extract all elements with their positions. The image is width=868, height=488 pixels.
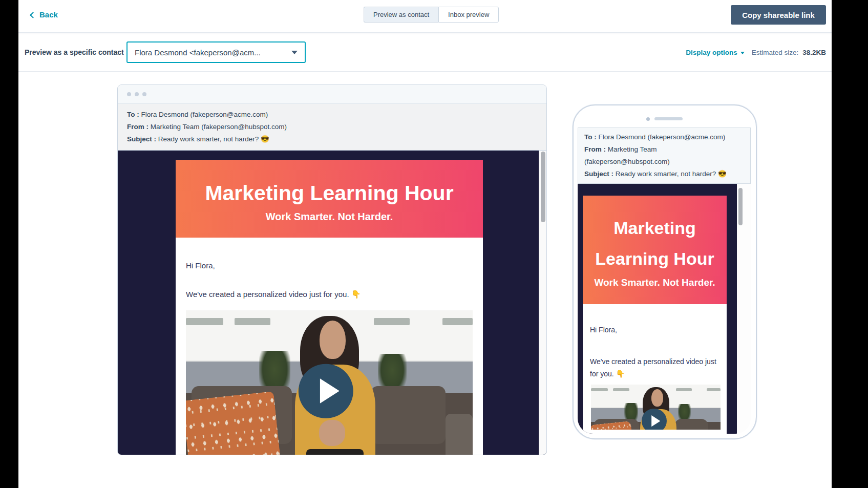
window-pane: [374, 318, 410, 326]
to-label: To :: [584, 133, 597, 141]
caret-down-small-icon: [740, 52, 745, 54]
display-options-label: Display options: [686, 49, 737, 56]
email-content: Marketing Learning Hour Work Smarter. No…: [176, 160, 483, 455]
window-dot-icon: [142, 92, 146, 96]
desktop-email-viewport: Marketing Learning Hour Work Smarter. No…: [118, 151, 546, 455]
window-pane: [186, 318, 223, 326]
mobile-preview-device: To : Flora Desmond (fakeperson@acme.com)…: [573, 104, 757, 439]
to-value: Flora Desmond (fakeperson@acme.com): [599, 133, 726, 141]
copy-shareable-link-button[interactable]: Copy shareable link: [731, 5, 826, 25]
subject-label: Subject :: [127, 135, 156, 143]
window-dot-icon: [127, 92, 131, 96]
email-subject-row: Subject : Ready work smarter, not harder…: [127, 133, 546, 145]
phone-camera-icon: [646, 117, 650, 121]
email-meta-header: To : Flora Desmond (fakeperson@acme.com)…: [118, 104, 546, 151]
window-pane: [591, 388, 608, 392]
email-greeting: Hi Flora,: [590, 304, 719, 334]
desktop-preview-card: To : Flora Desmond (fakeperson@acme.com)…: [117, 84, 547, 455]
caret-down-icon: [291, 51, 298, 54]
email-to-row: To : Flora Desmond (fakeperson@acme.com): [127, 109, 546, 121]
video-still-image: [591, 385, 721, 430]
tab-preview-as-contact[interactable]: Preview as contact: [364, 7, 438, 23]
email-banner: Marketing Learning Hour Work Smarter. No…: [176, 160, 483, 238]
scrollbar-thumb[interactable]: [541, 152, 545, 222]
play-button[interactable]: [299, 364, 353, 418]
window-pane: [707, 388, 721, 392]
email-banner-title: Marketing Learning Hour: [176, 182, 483, 204]
video-still-image: [186, 310, 473, 455]
chevron-left-icon: [30, 12, 36, 18]
play-icon: [651, 415, 660, 427]
estimated-size-label: Estimated size:: [752, 49, 799, 56]
email-body-text: We've created a personalized video just …: [186, 270, 473, 299]
subject-label: Subject :: [584, 170, 613, 178]
orange-pillow: [186, 391, 281, 455]
window-pane: [235, 318, 270, 326]
couch-cushion: [371, 386, 446, 444]
tab-inbox-preview[interactable]: Inbox preview: [438, 7, 499, 23]
scrollbar-track[interactable]: [737, 184, 751, 434]
contact-dropdown-value: Flora Desmond <fakeperson@acm...: [135, 48, 286, 57]
email-banner-title: Marketing Learning Hour: [583, 213, 727, 274]
contact-dropdown[interactable]: Flora Desmond <fakeperson@acm...: [126, 41, 306, 63]
email-banner-subtitle: Work Smarter. Not Harder.: [583, 277, 727, 288]
phone-speaker-icon: [654, 117, 683, 120]
mobile-email-viewport: Marketing Learning Hour Work Smarter. No…: [578, 184, 751, 434]
presenter-legs: [306, 449, 364, 455]
stage: Back Preview as contact Inbox preview Co…: [0, 0, 868, 488]
back-label: Back: [39, 10, 58, 19]
browser-chrome-bar: [118, 85, 546, 104]
top-toolbar: Back Preview as contact Inbox preview Co…: [18, 0, 832, 33]
options-bar: Preview as a specific contact Flora Desm…: [18, 33, 832, 72]
subject-value: Ready work smarter, not harder? 😎: [158, 135, 269, 143]
window-pane: [442, 318, 473, 326]
email-preview-window: Back Preview as contact Inbox preview Co…: [18, 0, 832, 488]
window-pane: [613, 388, 629, 392]
email-meta-header-mobile: To : Flora Desmond (fakeperson@acme.com)…: [578, 128, 751, 184]
window-pane: [676, 388, 692, 392]
presenter-face: [320, 321, 346, 359]
from-label: From :: [127, 123, 149, 131]
to-value: Flora Desmond (fakeperson@acme.com): [141, 111, 268, 118]
presenter-hands: [319, 420, 345, 445]
email-banner-subtitle: Work Smarter. Not Harder.: [176, 211, 483, 223]
email-body: Hi Flora, We've created a personalized v…: [583, 304, 727, 434]
estimated-size-value: 38.2KB: [802, 49, 826, 56]
play-button[interactable]: [642, 409, 666, 430]
email-content: Marketing Learning Hour Work Smarter. No…: [583, 196, 727, 434]
back-button[interactable]: Back: [31, 10, 58, 19]
video-thumbnail: [591, 385, 721, 430]
scrollbar-thumb[interactable]: [738, 188, 743, 225]
from-value: Marketing Team (fakeperson@hubspot.com): [151, 123, 287, 131]
window-dot-icon: [135, 92, 139, 96]
email-subject-row: Subject : Ready work smarter, not harder…: [584, 168, 744, 180]
video-thumbnail: [186, 310, 473, 455]
mobile-screen: To : Flora Desmond (fakeperson@acme.com)…: [578, 128, 751, 434]
options-right-cluster: Display options Estimated size: 38.2KB: [686, 33, 826, 72]
email-background: Marketing Learning Hour Work Smarter. No…: [578, 184, 737, 434]
email-from-row: From : Marketing Team (fakeperson@hubspo…: [584, 143, 744, 168]
subject-value: Ready work smarter, not harder? 😎: [616, 170, 727, 178]
to-label: To :: [127, 111, 139, 118]
email-to-row: To : Flora Desmond (fakeperson@acme.com): [584, 131, 744, 143]
preview-contact-label: Preview as a specific contact: [25, 48, 124, 56]
email-body: Hi Flora, We've created a personalized v…: [176, 238, 483, 455]
preview-mode-toggle: Preview as contact Inbox preview: [364, 7, 499, 23]
email-greeting: Hi Flora,: [186, 238, 473, 270]
display-options-button[interactable]: Display options: [686, 49, 745, 56]
email-from-row: From : Marketing Team (fakeperson@hubspo…: [127, 121, 546, 133]
play-icon: [320, 378, 340, 404]
email-body-text: We've created a personalized video just …: [590, 334, 719, 380]
presenter-face: [651, 389, 663, 407]
email-banner: Marketing Learning Hour Work Smarter. No…: [583, 196, 727, 304]
couch-armrest: [446, 414, 473, 455]
couch-cushion: [674, 419, 708, 430]
scrollbar-track[interactable]: [539, 151, 546, 455]
from-label: From :: [584, 145, 606, 153]
